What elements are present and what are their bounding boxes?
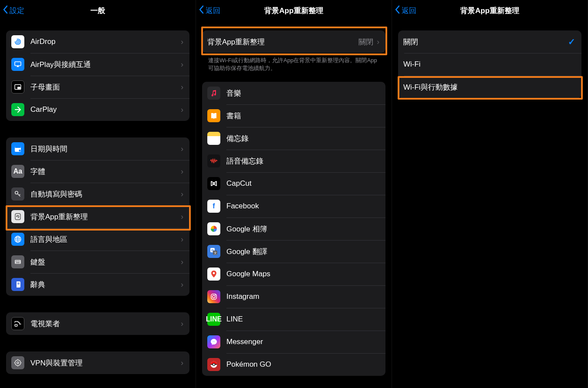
nav-title: 背景App重新整理 — [460, 6, 519, 16]
row-app-pokemon[interactable]: Pokémon GO — [202, 353, 385, 376]
row-app-instagram[interactable]: Instagram — [202, 285, 385, 308]
row-app-books[interactable]: 書籍 — [202, 104, 385, 127]
svg-rect-13 — [15, 260, 21, 264]
chevron-right-icon: › — [181, 167, 183, 176]
back-button[interactable]: 設定 — [3, 0, 24, 21]
option-wifi[interactable]: Wi-Fi — [398, 53, 581, 76]
google-translate-icon: G文 — [207, 245, 220, 258]
row-airplay[interactable]: AirPlay與接續互通 › — [6, 53, 189, 76]
row-label: Facebook — [226, 202, 379, 211]
svg-text:文: 文 — [214, 251, 217, 254]
row-pip[interactable]: 子母畫面 › — [6, 76, 189, 98]
row-app-notes[interactable]: 備忘錄 — [202, 127, 385, 150]
row-label: Wi-Fi與行動數據 — [403, 82, 575, 92]
row-app-music[interactable]: 音樂 — [202, 82, 385, 104]
google-maps-icon — [207, 268, 220, 281]
row-label: 書籍 — [226, 111, 379, 121]
row-label: Messenger — [226, 338, 379, 346]
svg-rect-14 — [16, 261, 17, 262]
svg-rect-21 — [17, 283, 20, 283]
row-label: 鍵盤 — [30, 257, 181, 267]
row-app-line[interactable]: LINE LINE — [202, 308, 385, 331]
svg-point-24 — [15, 360, 21, 366]
keyboard-icon — [11, 255, 24, 268]
line-icon: LINE — [207, 313, 220, 326]
row-dictionary[interactable]: 辭典 › — [6, 273, 189, 296]
refresh-icon — [11, 210, 24, 223]
row-font[interactable]: Aa 字體 › — [6, 160, 189, 183]
row-label: AirDrop — [30, 37, 181, 46]
row-app-voicememo[interactable]: 語音備忘錄 — [202, 150, 385, 172]
gear-icon — [11, 356, 24, 369]
row-label: 辭典 — [30, 280, 181, 290]
svg-rect-18 — [16, 262, 20, 263]
messenger-icon — [207, 335, 220, 348]
chevron-left-icon — [395, 5, 400, 16]
carplay-icon — [11, 103, 24, 116]
row-app-gphotos[interactable]: Google 相簿 — [202, 217, 385, 240]
svg-rect-7 — [15, 146, 21, 148]
svg-point-36 — [213, 295, 215, 298]
setting-group: 背景App重新整理 關閉 › — [202, 30, 385, 53]
option-wifi-cellular[interactable]: Wi-Fi與行動數據 — [398, 76, 581, 98]
row-label: 字體 — [30, 167, 181, 177]
back-button[interactable]: 返回 — [199, 0, 220, 21]
row-label: CapCut — [226, 179, 379, 188]
row-app-gtranslate[interactable]: G文 Google 翻譯 — [202, 240, 385, 263]
row-label: 自動填寫與密碼 — [30, 189, 181, 199]
book-icon — [11, 278, 24, 291]
chevron-right-icon: › — [181, 37, 183, 47]
svg-rect-3 — [15, 62, 21, 66]
google-photos-icon — [207, 222, 220, 235]
row-airdrop[interactable]: AirDrop › — [6, 30, 189, 53]
back-label: 返回 — [206, 6, 220, 16]
navbar: 設定 一般 — [0, 0, 196, 21]
row-carplay[interactable]: CarPlay › — [6, 98, 189, 121]
svg-rect-10 — [15, 214, 20, 220]
calendar-icon — [11, 142, 24, 155]
row-bg-app-refresh[interactable]: 背景App重新整理 › — [6, 205, 189, 228]
row-app-facebook[interactable]: f Facebook — [202, 195, 385, 217]
row-app-capcut[interactable]: CapCut — [202, 172, 385, 195]
tv-cable-icon — [11, 317, 24, 330]
row-app-messenger[interactable]: Messenger — [202, 331, 385, 353]
back-button[interactable]: 返回 — [395, 0, 416, 21]
chevron-right-icon: › — [181, 212, 183, 221]
chevron-right-icon: › — [181, 83, 183, 92]
option-off[interactable]: 關閉 ✓ — [398, 30, 581, 53]
chevron-right-icon: › — [377, 37, 379, 47]
svg-point-8 — [19, 150, 20, 151]
chevron-right-icon: › — [181, 280, 183, 289]
svg-point-2 — [17, 41, 19, 43]
row-date[interactable]: 日期與時間 › — [6, 137, 189, 160]
row-label: 語言與地區 — [30, 234, 181, 244]
footer-note: 連接Wi-Fi或行動網路時，允許App在背景中重新整理內容。關閉App可協助你保… — [208, 57, 379, 72]
group-3: 電視業者 › — [6, 312, 189, 335]
chevron-left-icon — [3, 5, 8, 16]
voice-memo-icon — [207, 154, 220, 167]
row-label: 背景App重新整理 — [30, 212, 181, 222]
check-icon: ✓ — [568, 37, 575, 47]
row-bg-refresh-setting[interactable]: 背景App重新整理 關閉 › — [202, 30, 385, 53]
row-tv-provider[interactable]: 電視業者 › — [6, 312, 189, 335]
chevron-left-icon — [199, 5, 204, 16]
row-label: 音樂 — [226, 88, 379, 98]
row-label: Google 翻譯 — [226, 247, 379, 257]
row-label: 備忘錄 — [226, 134, 379, 144]
row-label: LINE — [226, 315, 379, 324]
row-vpn[interactable]: VPN與裝置管理 › — [6, 351, 189, 374]
svg-rect-20 — [15, 281, 17, 288]
row-label: 語音備忘錄 — [226, 156, 379, 166]
row-language[interactable]: 語言與地區 › — [6, 228, 189, 251]
panel-bg-refresh-options: 返回 背景App重新整理 關閉 ✓ Wi-Fi Wi-Fi與行動數據 — [392, 0, 588, 388]
row-label: 關閉 — [403, 37, 568, 47]
row-app-gmaps[interactable]: Google Maps — [202, 263, 385, 285]
font-icon: Aa — [11, 165, 24, 178]
row-label: AirPlay與接續互通 — [30, 60, 181, 70]
pokemon-go-icon — [207, 358, 220, 371]
row-label: 電視業者 — [30, 319, 181, 329]
row-label: Instagram — [226, 292, 379, 301]
row-autofill[interactable]: 自動填寫與密碼 › — [6, 183, 189, 205]
row-keyboard[interactable]: 鍵盤 › — [6, 251, 189, 273]
apps-group: 音樂 書籍 備忘錄 語音備忘錄 CapCut f Facebook Google… — [202, 82, 385, 376]
